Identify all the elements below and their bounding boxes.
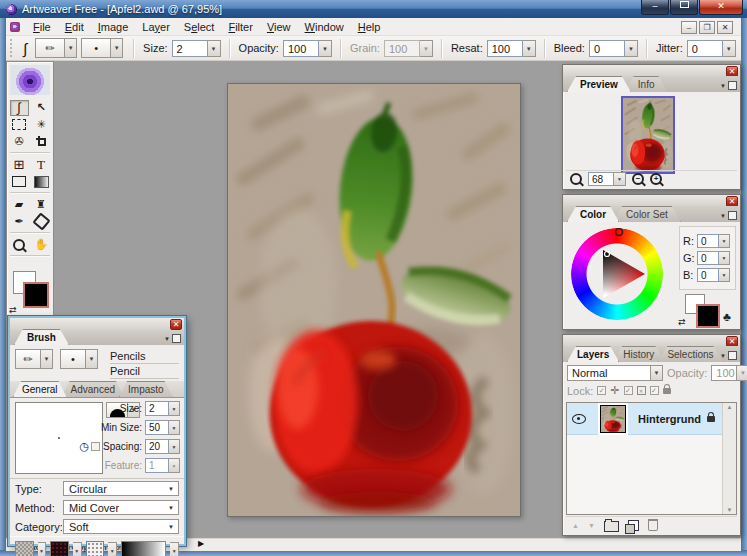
size-input[interactable]: 2 xyxy=(172,40,208,57)
brush-dialog-close-button[interactable]: ✕ xyxy=(170,319,182,330)
brush-preset-combo[interactable]: ✏ ▼ xyxy=(35,38,77,58)
bleed-dropdown[interactable]: ▼ xyxy=(625,40,638,57)
lock-position-checkbox[interactable]: ✓ xyxy=(597,386,606,395)
layer-list-scrollbar[interactable]: ▲ ▼ xyxy=(722,403,736,514)
brush-size-dropdown[interactable]: ▼ xyxy=(169,401,180,416)
size-dropdown[interactable]: ▼ xyxy=(208,40,221,57)
paper-texture-swatch[interactable] xyxy=(15,541,34,556)
layer-thumbnail[interactable] xyxy=(600,405,626,433)
spacing-input[interactable]: 20 xyxy=(145,439,169,454)
brush-variant-combo[interactable]: • ▼ xyxy=(60,349,98,369)
color-panel-titlebar[interactable]: ✕ xyxy=(563,195,740,206)
jitter-dropdown[interactable]: ▼ xyxy=(723,40,736,57)
scroll-down-icon[interactable]: ▼ xyxy=(723,507,736,513)
preview-panel-titlebar[interactable]: ✕ xyxy=(563,65,740,76)
brush-category-combo[interactable]: ✏ ▼ xyxy=(15,349,53,369)
title-bar[interactable]: Artweaver Free - [Apfel2.awd @ 67,95%] –… xyxy=(0,0,747,18)
min-size-input[interactable]: 50 xyxy=(145,420,169,435)
green-dropdown[interactable]: ▼ xyxy=(719,251,730,265)
menu-edit[interactable]: Edit xyxy=(58,18,91,36)
lock-all-checkbox[interactable]: ✓ xyxy=(650,386,659,395)
tool-magic-wand[interactable]: ✳ xyxy=(32,117,51,133)
tool-gradient[interactable] xyxy=(32,174,51,190)
new-group-button[interactable] xyxy=(604,521,619,532)
resat-input[interactable]: 100 xyxy=(487,40,523,57)
toolbar-grip[interactable] xyxy=(10,39,15,57)
blend-mode-combo[interactable]: Normal ▼ xyxy=(567,365,663,381)
background-color-swatch[interactable] xyxy=(696,304,720,328)
zoom-in-icon[interactable]: + xyxy=(650,173,662,185)
background-color-swatch[interactable] xyxy=(23,282,49,308)
color-panel-menu[interactable]: ▼ xyxy=(720,211,737,220)
spacing-dropdown[interactable]: ▼ xyxy=(169,439,180,454)
tool-marquee[interactable] xyxy=(10,117,29,133)
tool-mosaic[interactable]: ⊞ xyxy=(10,157,29,173)
preview-zoom-dropdown[interactable]: ▼ xyxy=(614,172,626,186)
child-minimize-button[interactable]: – xyxy=(681,21,697,34)
menu-layer[interactable]: Layer xyxy=(135,18,177,36)
preview-panel-menu[interactable]: ▼ xyxy=(720,81,737,90)
maximize-button[interactable] xyxy=(670,0,698,15)
blue-dropdown[interactable]: ▼ xyxy=(719,268,730,282)
tool-shape[interactable] xyxy=(10,174,29,190)
swap-colors-icon[interactable]: ⇄ xyxy=(678,317,686,327)
type-select[interactable]: Circular▼ xyxy=(63,481,179,496)
spacing-checkbox[interactable] xyxy=(91,442,100,451)
layers-panel-menu[interactable]: ▼ xyxy=(720,351,737,360)
opacity-input[interactable]: 100 xyxy=(283,40,319,57)
chevron-down-icon[interactable]: ▼ xyxy=(86,349,98,369)
green-input[interactable]: 0 xyxy=(697,251,719,265)
menu-file[interactable]: File xyxy=(26,18,58,36)
chevron-down-icon[interactable]: ▼ xyxy=(65,38,77,58)
canvas-document[interactable] xyxy=(227,83,521,517)
tool-eyedropper[interactable]: ✒ xyxy=(10,214,29,230)
stroke-preset-combo[interactable]: • ▼ xyxy=(81,38,123,58)
tab-color-set[interactable]: Color Set xyxy=(613,206,681,222)
move-layer-up-button[interactable]: ▲ xyxy=(572,522,579,529)
tab-history[interactable]: History xyxy=(613,346,664,362)
scroll-up-icon[interactable]: ▲ xyxy=(723,404,736,410)
layer-row-hintergrund[interactable]: Hintergrund xyxy=(567,403,723,435)
tab-layers[interactable]: Layers xyxy=(567,346,619,362)
pattern-swatch[interactable] xyxy=(50,541,69,556)
opacity-dropdown[interactable]: ▼ xyxy=(319,40,332,57)
tool-crop[interactable] xyxy=(32,134,51,150)
pattern-dropdown[interactable]: ▼ xyxy=(73,542,82,556)
jitter-input[interactable]: 0 xyxy=(687,40,723,57)
tab-color[interactable]: Color xyxy=(567,206,619,222)
menu-image[interactable]: Image xyxy=(91,18,136,36)
tab-info[interactable]: Info xyxy=(625,76,668,92)
tool-fill[interactable] xyxy=(32,214,51,230)
tool-move[interactable]: ↖ xyxy=(32,100,51,116)
saturation-triangle[interactable] xyxy=(571,228,663,320)
tool-text[interactable]: T xyxy=(32,157,51,173)
swap-colors-icon[interactable]: ⇄ xyxy=(9,305,17,315)
category-select[interactable]: Soft▼ xyxy=(63,519,179,534)
bleed-input[interactable]: 0 xyxy=(589,40,625,57)
menu-view[interactable]: View xyxy=(260,18,298,36)
close-button[interactable]: ✕ xyxy=(699,0,743,15)
blue-input[interactable]: 0 xyxy=(697,268,719,282)
tool-lasso[interactable]: ✇ xyxy=(10,134,29,150)
gradient-dropdown[interactable]: ▼ xyxy=(170,542,179,556)
paper-dropdown[interactable]: ▼ xyxy=(38,542,47,556)
color-organizer-icon[interactable]: ♣ xyxy=(723,310,731,324)
layer-visibility-icon[interactable] xyxy=(572,414,586,424)
red-input[interactable]: 0 xyxy=(697,234,719,248)
new-layer-button[interactable] xyxy=(628,520,639,531)
tool-brush[interactable]: ∫ xyxy=(10,100,29,116)
preview-zoom-input[interactable]: 68 xyxy=(588,172,614,186)
menu-window[interactable]: Window xyxy=(298,18,351,36)
brush-size-input[interactable]: 2 xyxy=(145,401,169,416)
brush-dialog[interactable]: ✕ Brush ▼ ✏ ▼ • ▼ Pencils Pencil General… xyxy=(8,316,186,546)
method-select[interactable]: Mid Cover▼ xyxy=(63,500,179,515)
dotted-dropdown[interactable]: ▼ xyxy=(108,542,117,556)
brush-dialog-titlebar[interactable]: ✕ xyxy=(10,318,184,330)
child-close-button[interactable]: ✕ xyxy=(717,21,733,34)
menu-select[interactable]: Select xyxy=(177,18,222,36)
delete-layer-button[interactable] xyxy=(648,519,658,531)
tab-general[interactable]: General xyxy=(13,381,67,397)
preview-thumbnail[interactable] xyxy=(621,96,675,174)
min-size-dropdown[interactable]: ▼ xyxy=(169,420,180,435)
blend-mode-dropdown[interactable]: ▼ xyxy=(651,365,663,381)
